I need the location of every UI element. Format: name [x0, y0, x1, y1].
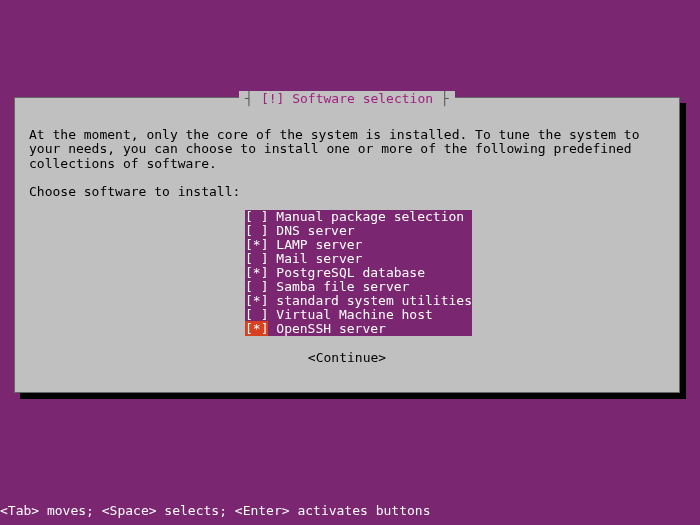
option-row[interactable]: [ ] Virtual Machine host [245, 308, 472, 322]
option-label: Manual package selection [268, 209, 472, 224]
option-label: OpenSSH server [268, 321, 472, 336]
option-row[interactable]: [*] PostgreSQL database [245, 266, 472, 280]
option-label: standard system utilities [268, 293, 472, 308]
checkbox-icon[interactable]: [*] [245, 321, 268, 336]
dialog-title-wrap: ┤ [!] Software selection ├ [15, 91, 679, 106]
checkbox-icon[interactable]: [ ] [245, 223, 268, 238]
checkbox-icon[interactable]: [ ] [245, 251, 268, 266]
help-bar: <Tab> moves; <Space> selects; <Enter> ac… [0, 503, 430, 518]
title-divider-right: ├ [433, 91, 449, 106]
continue-button[interactable]: <Continue> [15, 350, 679, 365]
options-list: [ ] Manual package selection [ ] DNS ser… [245, 210, 472, 336]
checkbox-icon[interactable]: [*] [245, 265, 268, 280]
checkbox-icon[interactable]: [*] [245, 237, 268, 252]
title-label: Software selection [292, 91, 433, 106]
software-selection-dialog: ┤ [!] Software selection ├ At the moment… [14, 97, 680, 393]
option-label: PostgreSQL database [268, 265, 472, 280]
option-label: DNS server [268, 223, 472, 238]
checkbox-icon[interactable]: [*] [245, 293, 268, 308]
option-row[interactable]: [*] standard system utilities [245, 294, 472, 308]
option-row[interactable]: [ ] Manual package selection [245, 210, 472, 224]
title-divider-left: ┤ [245, 91, 261, 106]
checkbox-icon[interactable]: [ ] [245, 279, 268, 294]
option-label: Mail server [268, 251, 472, 266]
option-label: Samba file server [268, 279, 472, 294]
option-label: LAMP server [268, 237, 472, 252]
option-row[interactable]: [ ] DNS server [245, 224, 472, 238]
option-row[interactable]: [*] LAMP server [245, 238, 472, 252]
checkbox-icon[interactable]: [ ] [245, 209, 268, 224]
option-row[interactable]: [ ] Samba file server [245, 280, 472, 294]
option-row[interactable]: [ ] Mail server [245, 252, 472, 266]
title-prefix: [!] [261, 91, 284, 106]
dialog-body-text: At the moment, only the core of the syst… [29, 128, 665, 171]
checkbox-icon[interactable]: [ ] [245, 307, 268, 322]
dialog-prompt: Choose software to install: [29, 184, 240, 199]
option-row[interactable]: [*] OpenSSH server [245, 322, 472, 336]
dialog-title: ┤ [!] Software selection ├ [239, 91, 455, 106]
option-label: Virtual Machine host [268, 307, 472, 322]
